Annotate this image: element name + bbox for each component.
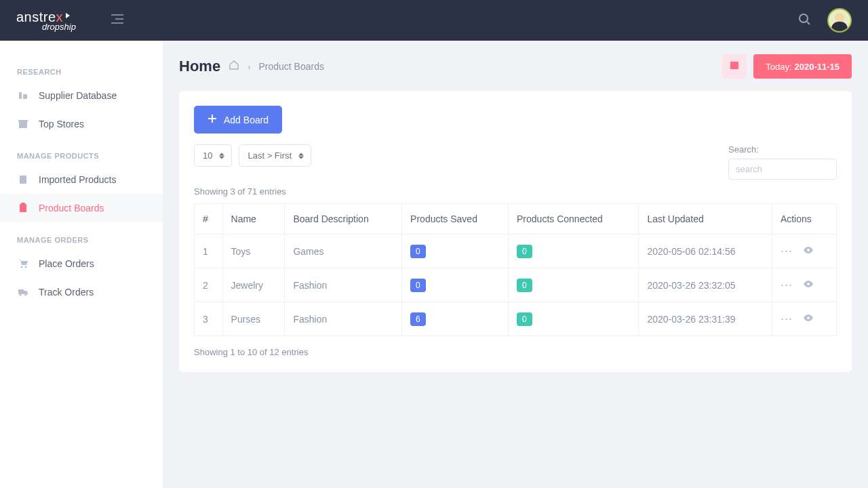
svg-rect-12 bbox=[21, 203, 25, 205]
plus-icon bbox=[208, 114, 217, 125]
page-size-value: 10 bbox=[203, 150, 212, 161]
chevron-sort-icon bbox=[298, 152, 304, 159]
database-icon bbox=[17, 89, 29, 102]
sidebar-section-research: RESEARCH bbox=[0, 54, 163, 81]
sidebar-item-imported-products[interactable]: Imported Products bbox=[0, 165, 163, 194]
cell-connected: 0 bbox=[509, 235, 639, 268]
svg-rect-10 bbox=[22, 178, 24, 179]
sort-select[interactable]: Last > First bbox=[239, 144, 311, 167]
cell-actions: ··· bbox=[772, 235, 836, 268]
cell-num: 3 bbox=[195, 302, 223, 336]
sidebar-section-orders: MANAGE ORDERS bbox=[0, 222, 163, 249]
svg-point-17 bbox=[25, 294, 27, 296]
sidebar-item-product-boards[interactable]: Product Boards bbox=[0, 194, 163, 222]
svg-point-24 bbox=[807, 317, 810, 319]
sidebar-item-supplier-database[interactable]: Supplier Database bbox=[0, 81, 163, 110]
sidebar-item-label: Product Boards bbox=[39, 203, 104, 214]
svg-rect-19 bbox=[730, 62, 738, 64]
view-icon[interactable] bbox=[802, 312, 814, 326]
th-saved[interactable]: Products Saved bbox=[402, 204, 509, 235]
chevron-sort-icon bbox=[219, 152, 224, 159]
th-updated[interactable]: Last Updated bbox=[639, 204, 772, 235]
import-icon bbox=[17, 174, 29, 186]
th-connected[interactable]: Products Connected bbox=[509, 204, 639, 235]
svg-point-23 bbox=[807, 283, 810, 285]
breadcrumb-separator: › bbox=[248, 62, 250, 72]
more-icon[interactable]: ··· bbox=[781, 244, 793, 258]
cell-desc: Games bbox=[285, 235, 402, 268]
cell-saved: 0 bbox=[402, 268, 509, 302]
badge-connected: 0 bbox=[517, 312, 532, 326]
badge-saved: 0 bbox=[410, 245, 426, 258]
topbar: anstrex dropship bbox=[0, 0, 868, 41]
cell-name: Jewelry bbox=[222, 268, 285, 302]
table-row: 3PursesFashion602020-03-26 23:31:39··· bbox=[195, 302, 837, 336]
sidebar-item-label: Supplier Database bbox=[39, 90, 117, 101]
home-icon[interactable] bbox=[229, 60, 239, 73]
search-input[interactable] bbox=[728, 159, 837, 180]
cell-num: 1 bbox=[195, 235, 223, 268]
page-size-select[interactable]: 10 bbox=[194, 144, 232, 167]
menu-toggle-icon[interactable] bbox=[110, 13, 125, 28]
sidebar-section-products: MANAGE PRODUCTS bbox=[0, 138, 163, 165]
sidebar-item-top-stores[interactable]: Top Stores bbox=[0, 110, 163, 138]
sidebar-item-label: Top Stores bbox=[39, 119, 84, 129]
th-name[interactable]: Name bbox=[222, 204, 285, 235]
entries-info-bottom: Showing 1 to 10 of 12 entries bbox=[194, 347, 837, 357]
sidebar-item-place-orders[interactable]: Place Orders bbox=[0, 249, 163, 278]
th-desc[interactable]: Board Description bbox=[285, 204, 402, 235]
th-num[interactable]: # bbox=[195, 204, 223, 235]
boards-card: Add Board 10 Last > First Search: bbox=[179, 91, 852, 372]
sidebar: RESEARCH Supplier Database Top Stores MA… bbox=[0, 41, 163, 488]
calendar-button[interactable] bbox=[722, 54, 747, 79]
cell-name: Purses bbox=[222, 302, 285, 336]
svg-rect-5 bbox=[19, 92, 22, 99]
sidebar-item-track-orders[interactable]: Track Orders bbox=[0, 278, 163, 306]
cell-connected: 0 bbox=[509, 268, 639, 302]
breadcrumb-current: Product Boards bbox=[258, 61, 324, 72]
svg-rect-7 bbox=[19, 122, 27, 128]
page-title: Home bbox=[179, 58, 220, 75]
cell-desc: Fashion bbox=[285, 302, 402, 336]
logo[interactable]: anstrex dropship bbox=[16, 10, 76, 31]
svg-point-22 bbox=[807, 249, 810, 251]
cell-num: 2 bbox=[195, 268, 223, 302]
clipboard-icon bbox=[17, 202, 29, 214]
more-icon[interactable]: ··· bbox=[781, 312, 793, 326]
cell-updated: 2020-03-26 23:32:05 bbox=[639, 268, 772, 302]
store-icon bbox=[17, 118, 29, 130]
badge-connected: 0 bbox=[517, 245, 532, 258]
truck-icon bbox=[17, 286, 29, 298]
svg-line-4 bbox=[807, 22, 810, 24]
today-date: 2020-11-15 bbox=[795, 62, 840, 72]
main-content: Home › Product Boards Today: 2020-11-15 … bbox=[163, 41, 868, 488]
view-icon[interactable] bbox=[802, 244, 814, 258]
sidebar-item-label: Place Orders bbox=[39, 258, 94, 269]
today-button[interactable]: Today: 2020-11-15 bbox=[753, 54, 852, 79]
svg-rect-6 bbox=[23, 94, 27, 99]
view-icon[interactable] bbox=[802, 278, 814, 292]
breadcrumb: Home › Product Boards bbox=[179, 58, 324, 75]
search-icon[interactable] bbox=[797, 12, 811, 28]
svg-rect-9 bbox=[20, 176, 26, 184]
logo-arrow-icon bbox=[66, 13, 70, 18]
svg-point-16 bbox=[20, 294, 22, 296]
svg-point-13 bbox=[21, 266, 23, 268]
sidebar-item-label: Imported Products bbox=[39, 174, 116, 185]
sidebar-item-label: Track Orders bbox=[39, 287, 94, 298]
cell-updated: 2020-05-06 02:14:56 bbox=[639, 235, 772, 268]
cell-actions: ··· bbox=[772, 302, 836, 336]
add-board-button[interactable]: Add Board bbox=[194, 106, 282, 134]
today-label: Today: bbox=[766, 62, 791, 72]
cell-saved: 0 bbox=[402, 235, 509, 268]
cell-actions: ··· bbox=[772, 268, 836, 302]
logo-subtitle: dropship bbox=[42, 22, 76, 31]
table-row: 2JewelryFashion002020-03-26 23:32:05··· bbox=[195, 268, 837, 302]
add-board-label: Add Board bbox=[224, 115, 269, 125]
more-icon[interactable]: ··· bbox=[781, 278, 793, 292]
calendar-icon bbox=[730, 60, 739, 73]
svg-rect-11 bbox=[20, 204, 26, 212]
boards-table: # Name Board Description Products Saved … bbox=[194, 203, 837, 336]
avatar[interactable] bbox=[827, 8, 852, 33]
cell-connected: 0 bbox=[509, 302, 639, 336]
